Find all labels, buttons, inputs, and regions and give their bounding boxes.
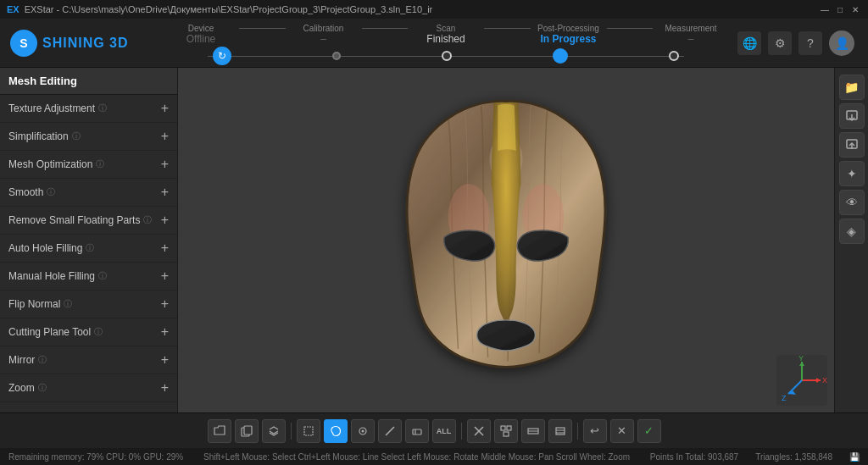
sidebar-item-simplification[interactable]: Simplification ⓘ + xyxy=(0,123,177,151)
logo-icon: S xyxy=(10,30,37,57)
3d-mask-model xyxy=(379,85,633,412)
expand-icon[interactable]: + xyxy=(161,380,169,396)
svg-rect-28 xyxy=(507,426,511,430)
svg-rect-19 xyxy=(304,427,313,435)
diamond-button[interactable]: ◈ xyxy=(839,219,865,244)
pipeline-dot-device: ↻ xyxy=(213,47,231,65)
expand-icon[interactable]: + xyxy=(161,185,169,200)
separator xyxy=(577,423,578,440)
expand-icon[interactable]: + xyxy=(161,101,169,116)
viewport-3d[interactable]: X Y Z xyxy=(178,68,834,412)
separator xyxy=(291,423,292,440)
maximize-button[interactable]: □ xyxy=(834,3,846,15)
info-icon[interactable]: ⓘ xyxy=(143,214,152,226)
sidebar-title: Mesh Editing xyxy=(0,68,177,95)
confirm-button[interactable]: ✓ xyxy=(637,419,661,443)
flatten-button[interactable] xyxy=(521,419,545,443)
pipeline-dot-measurement xyxy=(669,51,679,61)
header: S SHINING 3D Device Offline Calibration … xyxy=(0,19,868,68)
save-indicator: 💾 xyxy=(849,452,860,462)
cut-button[interactable] xyxy=(467,419,491,443)
sidebar-item-mesh-optimization[interactable]: Mesh Optimization ⓘ + xyxy=(0,151,177,179)
import-button[interactable] xyxy=(839,103,865,129)
line-select-button[interactable] xyxy=(378,419,402,443)
expand-icon[interactable]: + xyxy=(161,268,169,284)
expand-icon[interactable]: + xyxy=(161,324,169,340)
statusbar: Remaining memory: 79% CPU: 0% GPU: 29% S… xyxy=(0,448,868,465)
settings-button[interactable]: ⚙ xyxy=(768,31,792,55)
brush-select-button[interactable] xyxy=(351,419,375,443)
pipeline-connector-1 xyxy=(239,28,286,29)
expand-icon[interactable]: + xyxy=(161,241,169,256)
pipeline-connector-3 xyxy=(484,28,531,29)
open-file-button[interactable]: 📁 xyxy=(839,75,865,100)
sidebar-item-cutting-plane[interactable]: Cutting Plane Tool ⓘ + xyxy=(0,318,177,346)
right-toolbar: 📁 ✦ 👁 ◈ xyxy=(834,68,868,412)
sidebar-item-zoom[interactable]: Zoom ⓘ + xyxy=(0,374,177,402)
expand-icon[interactable]: + xyxy=(161,157,169,172)
copy-button[interactable] xyxy=(235,419,259,443)
pipeline-step-device: Device Offline xyxy=(163,24,239,45)
delete-button[interactable]: ✕ xyxy=(610,419,634,443)
close-button[interactable]: ✕ xyxy=(849,3,861,15)
pipeline-dot-calibration xyxy=(332,52,341,60)
info-icon[interactable]: ⓘ xyxy=(38,354,47,366)
pipeline-step-scan: Scan Finished xyxy=(408,24,484,45)
app-icon: EX xyxy=(7,4,19,14)
info-icon[interactable]: ⓘ xyxy=(64,298,72,310)
export-button[interactable] xyxy=(839,132,865,158)
sidebar-item-flip-normal[interactable]: Flip Normal ⓘ + xyxy=(0,291,177,318)
all-select-button[interactable]: ALL xyxy=(432,419,456,443)
info-icon[interactable]: ⓘ xyxy=(86,242,94,254)
sidebar-item-auto-hole-filling[interactable]: Auto Hole Filling ⓘ + xyxy=(0,235,177,263)
open-folder-button[interactable] xyxy=(208,419,231,443)
expand-icon[interactable]: + xyxy=(161,213,169,228)
sidebar-item-smooth[interactable]: Smooth ⓘ + xyxy=(0,179,177,207)
titlebar-controls[interactable]: — □ ✕ xyxy=(819,3,861,15)
eye-button[interactable]: 👁 xyxy=(839,190,865,215)
header-icons: 🌐 ⚙ ? 👤 xyxy=(737,30,858,56)
info-icon[interactable]: ⓘ xyxy=(98,270,107,282)
hint-text: Shift+Left Mouse: Select Ctrl+Left Mouse… xyxy=(192,452,642,462)
info-icon[interactable]: ⓘ xyxy=(38,382,47,394)
bottom-toolbar: ALL ↩ ✕ ✓ xyxy=(0,412,868,448)
statusbar-right: Points In Total: 903,687 Triangles: 1,35… xyxy=(650,452,860,462)
merge-button[interactable] xyxy=(494,419,518,443)
erase-button[interactable] xyxy=(405,419,429,443)
titlebar-text: EXStar - C:\Users\masly\OneDrive\Докумен… xyxy=(25,4,433,14)
logo-area: S SHINING 3D xyxy=(10,30,154,57)
sidebar-item-mirror[interactable]: Mirror ⓘ + xyxy=(0,346,177,374)
sidebar-item-manual-hole-filling[interactable]: Manual Hole Filling ⓘ + xyxy=(0,263,177,291)
pipeline-dot-postprocessing xyxy=(553,48,568,64)
info-icon[interactable]: ⓘ xyxy=(72,130,81,142)
separator xyxy=(461,423,462,440)
info-icon[interactable]: ⓘ xyxy=(96,158,104,170)
undo-button[interactable]: ↩ xyxy=(583,419,607,443)
expand-icon[interactable]: + xyxy=(161,352,169,368)
pipeline-connector-2 xyxy=(362,28,409,29)
lasso-select-button[interactable] xyxy=(324,419,348,443)
pipeline-dot-scan xyxy=(442,51,452,61)
pipeline-step-calibration: Calibration – xyxy=(286,24,362,45)
svg-rect-32 xyxy=(556,428,565,435)
flatten2-button[interactable] xyxy=(548,419,572,443)
rect-select-button[interactable] xyxy=(297,419,320,443)
info-icon[interactable]: ⓘ xyxy=(47,186,55,198)
star-button[interactable]: ✦ xyxy=(839,161,865,186)
expand-icon[interactable]: + xyxy=(161,296,169,312)
minimize-button[interactable]: — xyxy=(819,3,831,15)
help-button[interactable]: ? xyxy=(798,31,822,55)
titlebar: EX EXStar - C:\Users\masly\OneDrive\Доку… xyxy=(0,0,868,19)
expand-icon[interactable]: + xyxy=(161,129,169,144)
svg-rect-23 xyxy=(413,429,421,435)
info-icon[interactable]: ⓘ xyxy=(98,102,107,114)
sidebar-item-texture-adjustment[interactable]: Texture Adjustment ⓘ + xyxy=(0,95,177,123)
triangles-count: Triangles: 1,358,848 xyxy=(755,452,832,462)
layers-button[interactable] xyxy=(262,419,286,443)
3d-gizmo: X Y Z xyxy=(776,355,827,406)
user-avatar[interactable]: 👤 xyxy=(829,30,854,56)
logo-text: SHINING 3D xyxy=(42,36,129,51)
globe-button[interactable]: 🌐 xyxy=(737,31,761,55)
sidebar-item-remove-small-floating[interactable]: Remove Small Floating Parts ⓘ + xyxy=(0,207,177,235)
info-icon[interactable]: ⓘ xyxy=(94,326,103,338)
